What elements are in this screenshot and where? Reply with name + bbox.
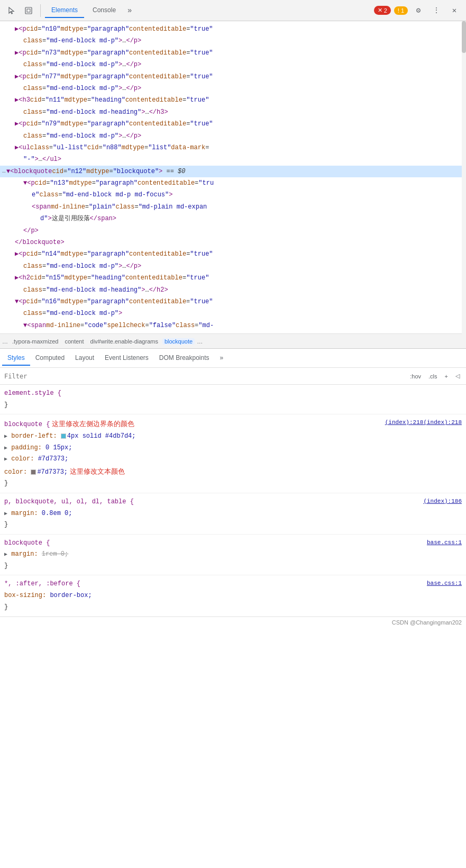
prop-triangle[interactable]: ▶ xyxy=(4,511,7,517)
prop-name: margin: xyxy=(11,550,38,558)
scrollbar[interactable] xyxy=(462,21,466,334)
prop-triangle[interactable]: ▶ xyxy=(4,456,7,462)
annotation-text: 这里修改文本颜色 xyxy=(68,467,125,475)
dom-line[interactable]: ▼ <p cid="n13" mdtype="paragraph" conten… xyxy=(0,177,466,189)
prop-triangle[interactable]: ▶ xyxy=(4,445,7,451)
rule-close: } xyxy=(4,521,8,528)
dom-line[interactable]: ▶ <p cid="n14" mdtype="paragraph" conten… xyxy=(0,248,466,260)
tab-elements[interactable]: Elements xyxy=(45,3,84,18)
rule-selector: p, blockquote, ul, ol, dl, table { xyxy=(4,498,134,505)
dom-line[interactable]: ▶ <h2 cid="n15" mdtype="heading" content… xyxy=(0,272,466,284)
prop-name: margin: xyxy=(11,510,38,517)
dom-line[interactable]: ▼ <p cid="n16" mdtype="paragraph" conten… xyxy=(0,296,466,308)
error-count: 2 xyxy=(384,7,387,14)
rule-source[interactable]: (index):186 xyxy=(423,496,462,507)
rule-selector: element.style { xyxy=(4,390,61,397)
close-icon[interactable]: ✕ xyxy=(447,3,462,18)
annotation-left: 这里修改左侧边界条的颜色 xyxy=(50,420,134,428)
dom-line[interactable]: ▶ <p cid="n73" mdtype="paragraph" conten… xyxy=(0,47,466,59)
devtools-toolbar: Elements Console » ✕ 2 ! 1 ⚙ ⋮ ✕ xyxy=(0,0,466,21)
add-style-button[interactable]: + xyxy=(443,372,450,381)
color-swatch-gray[interactable] xyxy=(31,469,36,475)
dom-line[interactable]: ▶ <ul class="ul-list" cid="n88" mdtype="… xyxy=(0,142,466,153)
filter-bar: :hov .cls + ◁ xyxy=(0,368,466,385)
sub-tabs: Styles Computed Layout Event Listeners D… xyxy=(0,349,466,368)
color-swatch[interactable] xyxy=(61,433,66,439)
prop-triangle[interactable]: ▶ xyxy=(4,433,7,439)
toolbar-separator xyxy=(40,4,41,17)
rule-source[interactable]: base.css:1 xyxy=(427,578,462,589)
breadcrumb: … .typora-maxmized content div#write.ena… xyxy=(0,334,466,349)
dom-line[interactable]: <span md-inline="plain" class="md-plain … xyxy=(0,201,466,213)
prop-name: color: xyxy=(11,455,34,463)
breadcrumb-item-div[interactable]: div#write.enable-diagrams xyxy=(88,338,160,345)
sub-tab-dom-breakpoints[interactable]: DOM Breakpoints xyxy=(154,351,215,366)
prop-value: 4px solid #4db7d4; xyxy=(67,432,136,440)
dom-ellipsis[interactable]: … xyxy=(2,166,13,176)
sub-tab-layout[interactable]: Layout xyxy=(70,351,99,366)
settings-icon[interactable]: ⚙ xyxy=(411,3,426,18)
inspector-icon[interactable] xyxy=(21,3,36,18)
more-menu-icon[interactable]: ⋮ xyxy=(429,3,444,18)
dom-line[interactable]: ▼ <span md-inline="code" spellcheck="fal… xyxy=(0,320,466,331)
rule-source[interactable]: base.css:1 xyxy=(427,538,462,548)
dom-line[interactable]: ▶ <h3 cid="n11" mdtype="heading" content… xyxy=(0,94,466,106)
tab-console[interactable]: Console xyxy=(86,3,122,18)
rule-source-1[interactable]: (index):218 xyxy=(423,418,462,428)
style-rule: base.css:1*, :after, :before { box-sizin… xyxy=(0,575,466,617)
prop-name: padding: xyxy=(11,444,42,451)
dom-line[interactable]: class="md-end-block md-p">…</p> xyxy=(0,35,466,47)
breadcrumb-more[interactable]: … xyxy=(197,338,203,345)
scrollbar-thumb[interactable] xyxy=(462,21,466,53)
rule-selector: blockquote { xyxy=(4,421,50,428)
dom-line[interactable]: class="md-end-block md-p"> xyxy=(0,308,466,319)
prop-value: 0 15px; xyxy=(45,444,72,451)
dom-line[interactable]: class="md-end-block md-p">…</p> xyxy=(0,59,466,70)
svg-rect-0 xyxy=(25,7,32,14)
dom-line[interactable]: e" class="md-end-block md-p md-focus"> xyxy=(0,189,466,201)
dom-line[interactable]: "-">…</ul> xyxy=(0,153,466,165)
error-badge[interactable]: ✕ 2 xyxy=(374,6,391,15)
breadcrumb-ellipsis[interactable]: … xyxy=(2,338,8,345)
filter-actions: :hov .cls + ◁ xyxy=(408,372,462,381)
footer-credit: CSDN @Changingman202 xyxy=(0,617,466,628)
filter-input[interactable] xyxy=(4,373,408,380)
dom-line[interactable]: ▶ <p cid="n77" mdtype="paragraph" conten… xyxy=(0,71,466,83)
dom-line[interactable]: d">这是引用段落</span> xyxy=(0,213,466,224)
dom-line[interactable]: class="md-end-block md-heading">…</h2> xyxy=(0,284,466,296)
dom-line[interactable]: </p> xyxy=(0,225,466,237)
dom-line[interactable]: ▶ <p cid="n10" mdtype="paragraph" conten… xyxy=(0,23,466,35)
rule-close: } xyxy=(4,480,8,487)
svg-rect-1 xyxy=(27,9,30,12)
back-button[interactable]: ◁ xyxy=(453,372,462,381)
dom-line[interactable]: </blockquote> xyxy=(0,237,466,248)
breadcrumb-item-typora[interactable]: .typora-maxmized xyxy=(10,338,60,345)
sub-tab-more[interactable]: » xyxy=(215,351,229,366)
error-icon: ✕ xyxy=(378,7,382,14)
rule-source[interactable]: (index):218 xyxy=(385,418,424,428)
dom-tree[interactable]: ▶ <p cid="n10" mdtype="paragraph" conten… xyxy=(0,21,466,334)
prop-name-color: color: xyxy=(4,468,27,476)
warning-icon: ! xyxy=(398,7,399,14)
style-rule: (index):218(index):218blockquote { 这里修改左… xyxy=(0,414,466,493)
dom-line[interactable]: class="md-end-block md-p">…</p> xyxy=(0,83,466,94)
cursor-icon[interactable] xyxy=(4,3,19,18)
dom-line[interactable]: class="md-end-block md-p">…</p> xyxy=(0,260,466,272)
prop-name: border-left: xyxy=(11,432,57,440)
breadcrumb-item-content[interactable]: content xyxy=(62,338,86,345)
dom-line[interactable]: class="md-end-block md-heading">…</h3> xyxy=(0,106,466,118)
more-tabs-icon[interactable]: » xyxy=(124,4,135,17)
cls-button[interactable]: .cls xyxy=(426,372,440,381)
warning-count: 1 xyxy=(401,7,404,14)
breadcrumb-item-blockquote[interactable]: blockquote xyxy=(162,338,195,345)
dom-line[interactable]: ▶ <p cid="n79" mdtype="paragraph" conten… xyxy=(0,118,466,130)
sub-tab-computed[interactable]: Computed xyxy=(30,351,70,366)
dom-line[interactable]: … ▼ <blockquote cid="n12" mdtype="blockq… xyxy=(0,166,466,177)
sub-tab-event-listeners[interactable]: Event Listeners xyxy=(99,351,154,366)
warning-badge[interactable]: ! 1 xyxy=(394,6,408,15)
hov-button[interactable]: :hov xyxy=(408,372,423,381)
sub-tab-styles[interactable]: Styles xyxy=(2,351,30,366)
style-rule: base.css:1blockquote { ▶ margin: 1rem 0;… xyxy=(0,535,466,576)
prop-triangle[interactable]: ▶ xyxy=(4,551,7,557)
dom-line[interactable]: class="md-end-block md-p">…</p> xyxy=(0,130,466,142)
